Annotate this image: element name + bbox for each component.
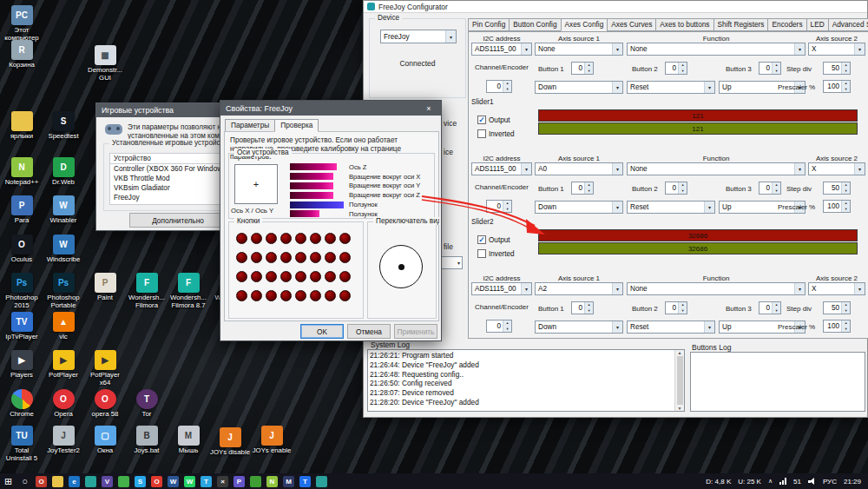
tab-led[interactable]: LED [806, 18, 828, 31]
hidden-icons-chevron[interactable]: ∧ [768, 478, 773, 485]
reset-action-select[interactable]: Reset ▾ [627, 81, 715, 94]
desktop-icon-filmora-87[interactable]: F Wondersh... Filmora 8.7 [168, 273, 208, 309]
system-log[interactable]: 21:26:21: Program started21:26:44: Devic… [367, 349, 685, 412]
desktop-icon-filmora[interactable]: F Wondersh... Filmora [127, 273, 167, 309]
reset-action-select[interactable]: Reset ▾ [627, 320, 715, 334]
taskbar-app-purple[interactable]: V [99, 473, 115, 489]
tab-axes-config[interactable]: Axes Config [561, 18, 608, 31]
start-button[interactable]: ⊞ [0, 473, 16, 489]
taskbar-app-teal2[interactable] [313, 473, 330, 489]
button3-spinner[interactable]: 0 ▴▾ [759, 182, 781, 195]
clock[interactable]: 21:29 [844, 478, 861, 486]
taskbar-telegram[interactable]: T [198, 473, 214, 489]
taskbar-app-blue[interactable]: W [165, 473, 181, 489]
taskbar-opera[interactable]: O [148, 473, 165, 489]
scroll-down-icon[interactable]: ▼ [678, 406, 682, 411]
scrollbar[interactable]: ▲ ▼ [674, 350, 684, 411]
cancel-button[interactable]: Отмена [347, 324, 391, 339]
tab-axes-to-buttons[interactable]: Axes to buttons [655, 18, 713, 31]
tab-parameters[interactable]: Параметры [225, 119, 274, 132]
desktop-icon-joys-disable[interactable]: J JOYs disable [210, 427, 250, 457]
desktop-icon-windscribe[interactable]: W Windscribe [43, 235, 83, 264]
inverted-checkbox[interactable]: Inverted [477, 249, 515, 258]
ok-button[interactable]: OK [300, 324, 344, 339]
axis-source1-select[interactable]: A2 ▾ [535, 282, 623, 295]
taskbar-whatsapp[interactable]: W [181, 473, 198, 489]
taskbar-app-navy[interactable]: M [280, 473, 297, 489]
desktop-icon-drweb[interactable]: D Dr.Web [43, 157, 83, 187]
desktop-icon-joys-enable[interactable]: J JOYs enable [252, 426, 292, 455]
titlebar[interactable]: Свойства: FreeJoy × [220, 101, 441, 116]
reset-action-select[interactable]: Reset ▾ [627, 201, 715, 214]
channel-encoder-spinner[interactable]: 0 ▴▾ [486, 320, 512, 333]
desktop-icon-paint[interactable]: P Paint [85, 273, 125, 302]
taskbar-skype[interactable]: S [132, 473, 148, 489]
device-select[interactable]: FreeJoy ▾ [380, 30, 457, 43]
inverted-checkbox[interactable]: Inverted [477, 129, 515, 138]
desktop-icon-iptvplayer[interactable]: TV IpTvPlayer [2, 312, 42, 341]
tab-axes-curves[interactable]: Axes Curves [607, 18, 655, 31]
function-select[interactable]: None ▾ [627, 43, 806, 56]
axis-source1-select[interactable]: A0 ▾ [535, 162, 623, 175]
desktop-icon-photoshop-2015[interactable]: Ps Photoshop 2015 [2, 273, 42, 309]
taskbar-app-red[interactable]: O [33, 473, 49, 489]
step-div-spinner[interactable]: 50 ▴▾ [823, 62, 851, 75]
desktop-icon-potplayer-x64[interactable]: ▶ PotPlayer x64 [85, 350, 125, 387]
i2c-address-select[interactable]: ADS1115_00 ▾ [471, 282, 532, 295]
desktop-icon-winabler[interactable]: W Winabler [43, 195, 83, 225]
network-icon[interactable] [779, 478, 786, 485]
desktop-icon-joys-bat[interactable]: B Joys.bat [127, 426, 167, 455]
down-action-select[interactable]: Down ▾ [535, 81, 623, 94]
desktop-icon-potplayer[interactable]: ▶ PotPlayer [43, 350, 83, 380]
desktop-icon-okna[interactable]: ▢ Окна [85, 426, 125, 455]
desktop-icon-para[interactable]: P Para [2, 195, 42, 225]
desktop-icon-photoshop-portable[interactable]: Ps Photoshop Portable [43, 273, 83, 309]
covered-combo-fragment[interactable]: ▾ [440, 256, 463, 269]
titlebar[interactable]: FreeJoy Configurator [364, 1, 867, 13]
button1-spinner[interactable]: 0 ▴▾ [571, 301, 594, 314]
desktop-icon-tor[interactable]: T Tor [127, 389, 167, 419]
desktop-icon-recycle-bin[interactable]: R Корзина [2, 40, 42, 69]
taskbar-notepadpp[interactable]: N [264, 473, 280, 489]
taskbar-app-dark[interactable]: × [214, 473, 231, 489]
search-button[interactable]: ○ [16, 473, 33, 489]
advanced-button[interactable]: Дополнительно [129, 213, 227, 228]
axis-source2-select[interactable]: X ▾ [808, 282, 865, 295]
desktop-icon-joytester2[interactable]: J JoyTester2 [43, 426, 83, 455]
down-action-select[interactable]: Down ▾ [535, 320, 623, 334]
button2-spinner[interactable]: 0 ▴▾ [665, 301, 687, 314]
desktop-icon-players[interactable]: ▶ Players [2, 350, 42, 380]
function-select[interactable]: None ▾ [627, 282, 806, 295]
step-div-spinner[interactable]: 50 ▴▾ [823, 182, 851, 195]
button3-spinner[interactable]: 0 ▴▾ [759, 301, 781, 314]
language-indicator[interactable]: РУС [823, 478, 837, 486]
tab-encoders[interactable]: Encoders [767, 18, 806, 31]
desktop-icon-opera[interactable]: O Opera [43, 389, 83, 419]
desktop-icon-this-pc[interactable]: PC Этот компьютер [2, 5, 42, 42]
button1-spinner[interactable]: 0 ▴▾ [571, 62, 594, 75]
desktop-icon-speedtest[interactable]: S Speedtest [43, 111, 83, 141]
desktop-icon-mysh[interactable]: M Мышь [168, 426, 208, 455]
button2-spinner[interactable]: 0 ▴▾ [665, 62, 687, 75]
function-select[interactable]: None ▾ [627, 162, 806, 175]
taskbar-file-explorer[interactable] [49, 473, 66, 489]
desktop-icon-opera-58[interactable]: O opera 58 [85, 389, 125, 419]
taskbar-app-blue2[interactable]: T [297, 473, 313, 489]
button3-spinner[interactable]: 0 ▴▾ [759, 62, 781, 75]
desktop-icon-demonstr-gui[interactable]: ▦ Demonstr... GUI [85, 45, 125, 82]
desktop-icon-total-uninstall[interactable]: TU Total Uninstall 5 [2, 426, 42, 462]
desktop-icon-shortcuts[interactable]: ярлыки [2, 111, 42, 141]
tab-advanced-settings[interactable]: Advanced Settings [828, 18, 868, 31]
close-button[interactable]: × [417, 101, 441, 116]
apply-button[interactable]: Применить [394, 324, 437, 339]
button1-spinner[interactable]: 0 ▴▾ [571, 182, 594, 195]
taskbar-app-green2[interactable] [247, 473, 264, 489]
prescaler-spinner[interactable]: 100 ▴▾ [823, 320, 851, 333]
desktop-icon-chrome[interactable]: Chrome [2, 389, 42, 419]
taskbar-edge[interactable]: e [66, 473, 82, 489]
channel-encoder-spinner[interactable]: 0 ▴▾ [486, 80, 512, 93]
desktop-icon-vlc[interactable]: ▲ vlc [43, 312, 83, 341]
scroll-up-icon[interactable]: ▲ [678, 350, 682, 355]
desktop-icon-oculus[interactable]: O Oculus [2, 235, 42, 264]
tab-shift-registers[interactable]: Shift Registers [713, 18, 768, 31]
